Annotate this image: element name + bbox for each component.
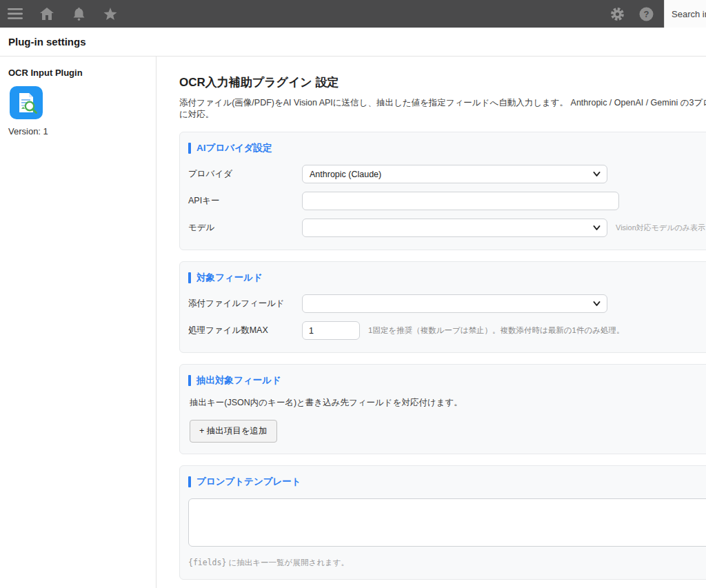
api-key-label: APIキー [188,195,302,207]
max-files-hint: 1固定を推奨（複数ループは禁止）。複数添付時は最新の1件のみ処理。 [368,325,624,336]
provider-select[interactable]: Anthropic (Claude) [302,165,607,183]
provider-row: プロバイダ Anthropic (Claude) [188,165,706,183]
home-icon[interactable] [39,6,55,22]
section-target-fields-title: 対象フィールド [196,272,263,284]
topbar-right-nav: ? [609,0,664,28]
plugin-icon [10,86,43,119]
topbar: ? [0,0,706,28]
extract-description: 抽出キー(JSON内のキー名)と書き込み先フィールドを対応付けます。 [190,397,706,409]
plugin-version: Version: 1 [8,126,148,136]
chevron-down-icon [593,300,601,310]
model-hint: Vision対応モデルのみ表示 [616,223,705,233]
attachment-field-select[interactable] [302,294,607,313]
provider-label: プロバイダ [188,168,302,180]
model-label: モデル [188,222,302,234]
api-key-row: APIキー [188,192,706,210]
api-key-input[interactable] [302,192,619,210]
bell-icon[interactable] [70,6,87,22]
section-ai-provider-title: AIプロバイダ設定 [196,142,272,154]
section-target-fields-header: 対象フィールド [188,272,706,284]
section-ai-provider: AIプロバイダ設定 プロバイダ Anthropic (Claude) APIキー… [179,132,706,250]
plugin-sidebar: OCR Input Plugin Version: 1 [0,57,157,588]
chevron-down-icon [593,170,601,180]
attachment-field-row: 添付ファイルフィールド [188,294,706,313]
topbar-left-nav [0,6,119,22]
content: OCR Input Plugin Version: 1 OCR入力補助プラグイン… [0,57,706,588]
add-extract-item-button[interactable]: + 抽出項目を追加 [190,420,277,443]
help-icon[interactable]: ? [638,6,654,22]
fields-placeholder-code: {fields} [188,558,226,567]
hamburger-menu-icon[interactable] [7,6,23,22]
plugin-name: OCR Input Plugin [8,68,148,78]
chevron-down-icon [593,224,601,234]
section-prompt-template: プロンプトテンプレート {fields} に抽出キー一覧が展開されます。 [179,465,706,580]
settings-main: OCR入力補助プラグイン 設定 添付ファイル(画像/PDF)をAI Vision… [157,57,706,588]
settings-title: OCR入力補助プラグイン 設定 [179,74,706,90]
section-extract-fields: 抽出対象フィールド 抽出キー(JSON内のキー名)と書き込み先フィールドを対応付… [179,364,706,454]
section-extract-fields-title: 抽出対象フィールド [196,374,281,387]
svg-text:?: ? [643,9,649,19]
max-files-row: 処理ファイル数MAX 1固定を推奨（複数ループは禁止）。複数添付時は最新の1件の… [188,321,706,340]
accent-bar [188,272,191,283]
page-header: Plug-in settings [0,28,706,57]
prompt-hint: {fields} に抽出キー一覧が展開されます。 [188,558,706,568]
model-row: モデル Vision対応モデルのみ表示 [188,219,706,237]
star-icon[interactable] [102,6,119,22]
provider-selected-value: Anthropic (Claude) [310,170,381,179]
section-prompt-template-header: プロンプトテンプレート [188,476,706,488]
section-ai-provider-header: AIプロバイダ設定 [188,142,706,154]
search-input[interactable] [664,0,706,28]
settings-description: 添付ファイル(画像/PDF)をAI Vision APIに送信し、抽出した値を指… [179,97,706,121]
accent-bar [188,476,191,487]
model-select[interactable] [302,219,607,237]
section-extract-fields-header: 抽出対象フィールド [188,374,706,387]
section-target-fields: 対象フィールド 添付ファイルフィールド 処理ファイル数MAX 1固定を推奨（複数… [179,261,706,353]
accent-bar [188,143,191,154]
prompt-template-textarea[interactable] [188,498,706,547]
max-files-input[interactable] [302,321,360,340]
attachment-field-label: 添付ファイルフィールド [188,298,302,310]
section-prompt-template-title: プロンプトテンプレート [196,476,301,488]
accent-bar [188,375,191,386]
settings-gear-icon[interactable] [609,6,625,22]
page-title: Plug-in settings [8,36,86,48]
prompt-hint-text: に抽出キー一覧が展開されます。 [226,558,349,567]
max-files-label: 処理ファイル数MAX [188,325,302,336]
